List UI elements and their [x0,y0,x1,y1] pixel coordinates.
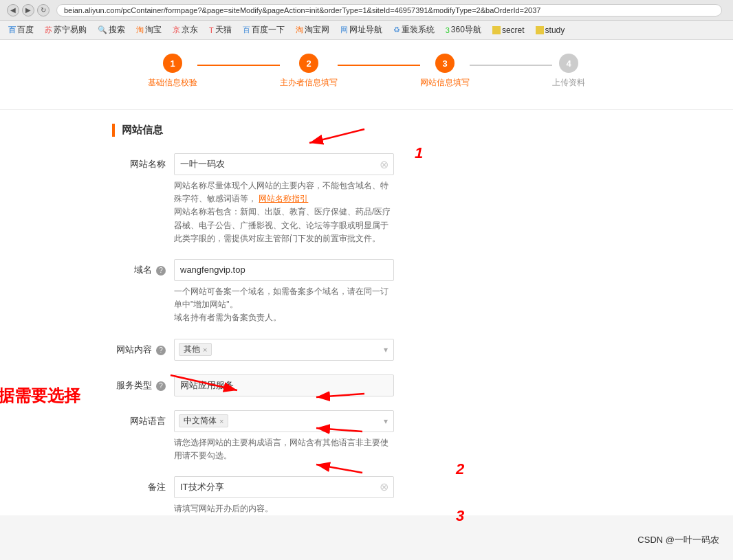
step-2: 2 主办者信息填写 [280,54,338,89]
remark-hint: 请填写网站开办后的内容。 [174,502,394,515]
bookmark-baidu-search[interactable]: 百 百度一下 [239,23,289,37]
language-field: 中文简体 × ▾ 请您选择网站的主要构成语言，网站含有其他语言非主要使用请不要勾… [174,410,394,462]
bookmark-nav[interactable]: 网 网址导航 [336,23,386,37]
language-select[interactable]: 中文简体 × ▾ [174,410,394,432]
content-help-icon[interactable]: ? [156,346,166,355]
step-1: 1 基础信息校验 [148,54,197,89]
step-3-circle: 3 [435,54,455,73]
site-name-input-wrapper: ⊗ [174,153,394,175]
content-field: 其他 × ▾ [174,339,394,361]
remark-row: 备注 ⊗ 请填写网站开办后的内容。 [112,476,621,515]
remark-input-wrapper: ⊗ [174,476,394,498]
content-label: 网站内容 ? [112,339,174,356]
content-select[interactable]: 其他 × ▾ [174,339,394,361]
page-wrapper: 1 基础信息校验 2 主办者信息填写 3 网站信息填写 4 上传资料 网站信息 … [0,40,733,515]
content-select-arrow: ▾ [384,345,388,355]
step-3-label: 网站信息填写 [420,77,470,89]
bookmark-secret[interactable]: secret [488,24,529,36]
bookmark-suning[interactable]: 苏 苏宁易购 [41,23,91,37]
site-name-hint: 网站名称尽量体现个人网站的主要内容，不能包含域名、特殊字符、敏感词语等， 网站名… [174,179,394,245]
content-tag-qita: 其他 × [179,343,212,356]
remark-field: ⊗ 请填写网站开办后的内容。 [174,476,394,515]
bookmark-reinstall[interactable]: ♻ 重装系统 [389,23,439,37]
language-hint: 请您选择网站的主要构成语言，网站含有其他语言非主要使用请不要勾选。 [174,436,394,462]
bookmark-tianmao[interactable]: T 天猫 [205,23,236,37]
url-bar[interactable]: beian.aliyun.com/pcContainer/formpage?&p… [56,4,722,16]
content-row: 网站内容 ? 其他 × ▾ [112,339,621,361]
bookmarks-bar: 百 百度 苏 苏宁易购 🔍 搜索 淘 淘宝 京 京东 T 天猫 百 百度一下 淘… [0,21,733,40]
step-1-label: 基础信息校验 [148,77,197,89]
domain-label: 域名 ? [112,259,174,276]
content-tag-close[interactable]: × [203,346,207,354]
step-line-1-2 [197,65,280,66]
step-4-label: 上传资料 [552,77,585,89]
step-line-2-3 [338,65,420,66]
service-input-wrapper [174,374,394,396]
refresh-button[interactable]: ↻ [37,4,50,16]
remark-label: 备注 [112,476,174,493]
service-input[interactable] [174,374,394,396]
language-label: 网站语言 [112,410,174,427]
remark-clear-icon[interactable]: ⊗ [380,480,389,493]
bookmark-baidu[interactable]: 百 百度 [4,23,38,37]
remark-input[interactable] [174,476,394,498]
service-label: 服务类型 ? [112,374,174,392]
step-4: 4 上传资料 [552,54,585,89]
domain-hint: 一个网站可备案一个域名，如需备案多个域名，请在同一订单中"增加网站"。 域名持有… [174,285,394,325]
domain-field: 一个网站可备案一个域名，如需备案多个域名，请在同一订单中"增加网站"。 域名持有… [174,259,394,325]
language-tag-close[interactable]: × [219,417,223,425]
big-red-text: 根据需要选择 [0,385,80,407]
step-line-3-4 [470,65,552,66]
section-title: 网站信息 [112,124,621,137]
step-4-circle: 4 [559,54,578,73]
bookmark-taobao[interactable]: 淘 淘宝 [132,23,166,37]
bookmark-search[interactable]: 🔍 搜索 [94,23,129,37]
language-tag-chinese: 中文简体 × [179,414,228,427]
step-2-circle: 2 [299,54,318,73]
domain-input[interactable] [174,259,394,281]
site-name-clear-icon[interactable]: ⊗ [380,158,389,171]
service-row: 服务类型 ? [112,374,621,396]
back-button[interactable]: ◀ [7,4,19,16]
site-name-hint-link[interactable]: 网站名称指引 [259,194,308,203]
domain-row: 域名 ? 一个网站可备案一个域名，如需备案多个域名，请在同一订单中"增加网站"。… [112,259,621,325]
step-3: 3 网站信息填写 [420,54,470,89]
site-name-field: ⊗ 网站名称尽量体现个人网站的主要内容，不能包含域名、特殊字符、敏感词语等， 网… [174,153,394,245]
bookmark-360[interactable]: 3 360导航 [441,23,485,37]
step-2-label: 主办者信息填写 [280,77,338,89]
service-help-icon[interactable]: ? [156,381,166,391]
step-1-circle: 1 [163,54,182,73]
site-name-label: 网站名称 [112,153,174,170]
browser-bar: ◀ ▶ ↻ beian.aliyun.com/pcContainer/formp… [0,0,733,21]
service-field [174,374,394,396]
bookmark-taobao-net[interactable]: 淘 淘宝网 [292,23,333,37]
bookmark-jd[interactable]: 京 京东 [168,23,202,37]
site-name-row: 网站名称 ⊗ 网站名称尽量体现个人网站的主要内容，不能包含域名、特殊字符、敏感词… [112,153,621,245]
domain-help-icon[interactable]: ? [156,266,166,276]
forward-button[interactable]: ▶ [22,4,34,16]
site-name-input[interactable] [174,153,394,175]
steps-progress: 1 基础信息校验 2 主办者信息填写 3 网站信息填写 4 上传资料 [0,40,733,110]
language-select-arrow: ▾ [384,416,388,426]
bookmark-study[interactable]: study [532,24,569,36]
language-row: 网站语言 中文简体 × ▾ 请您选择网站的主要构成语言，网站含有其他语言非主要使… [112,410,621,462]
main-content: 网站信息 1 根据需要选择 网站名称 ⊗ 网站名称尽量体现个人网站的主要内容，不… [91,124,642,515]
domain-input-wrapper [174,259,394,281]
